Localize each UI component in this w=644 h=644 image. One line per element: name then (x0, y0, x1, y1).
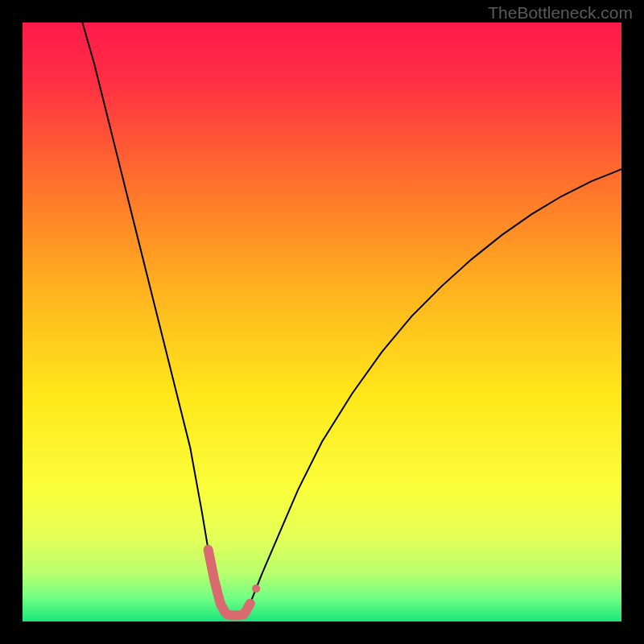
highlight-dot (252, 584, 260, 592)
watermark-text: TheBottleneck.com (488, 3, 633, 23)
bottleneck-chart (23, 23, 621, 621)
chart-svg (23, 23, 621, 621)
gradient-background (23, 23, 621, 621)
